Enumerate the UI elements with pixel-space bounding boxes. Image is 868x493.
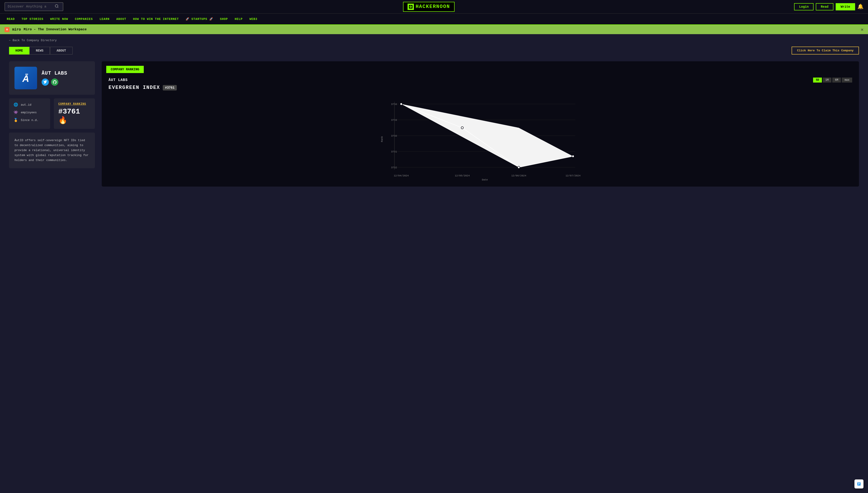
social-icons bbox=[42, 79, 67, 86]
ranking-value: #3761 🔥 bbox=[58, 107, 90, 125]
company-layout: Ā ĀUT LABS bbox=[9, 61, 859, 187]
svg-point-30 bbox=[859, 483, 860, 484]
website-icon: 🌐 bbox=[14, 103, 18, 107]
company-name: ĀUT LABS bbox=[42, 70, 67, 76]
chart-svg: Rank 3758 3759 3760 3761 3762 bbox=[106, 95, 854, 181]
logo[interactable]: HACKERNOON bbox=[403, 2, 454, 12]
nav-bar: READ TOP STORIES WRITE NOW COMPANIES LEA… bbox=[0, 14, 868, 25]
company-logo: Ā bbox=[15, 67, 37, 89]
tabs-left: HOME NEWS ABOUT bbox=[9, 47, 72, 55]
since-label: Since n.d. bbox=[21, 119, 39, 122]
data-point-4 bbox=[572, 155, 574, 157]
nav-item-about[interactable]: ABOUT bbox=[116, 17, 126, 21]
chart-company-name: ĀUT LABS bbox=[109, 78, 128, 82]
read-button[interactable]: Read bbox=[816, 3, 833, 10]
data-point-1 bbox=[400, 103, 402, 105]
info-row-since: 🏅 Since n.d. bbox=[14, 118, 46, 122]
time-btn-max[interactable]: max bbox=[842, 78, 852, 83]
nav-item-how-to-win[interactable]: HOW TO WIN THE INTERNET bbox=[133, 17, 179, 21]
ranking-label: COMPANY RANKING bbox=[58, 103, 86, 106]
employees-label: employees bbox=[21, 111, 37, 114]
info-row-website: 🌐 aut.id bbox=[14, 103, 46, 107]
back-label: Back To Company Directory bbox=[13, 39, 57, 42]
page-tabs: HOME NEWS ABOUT Click Here To Claim This… bbox=[9, 47, 859, 55]
notification-bell-icon[interactable]: 🔔 bbox=[858, 4, 864, 10]
svg-text:3758: 3758 bbox=[391, 103, 397, 106]
login-button[interactable]: Login bbox=[794, 3, 814, 10]
svg-text:3761: 3761 bbox=[391, 150, 397, 153]
github-icon[interactable] bbox=[51, 79, 58, 86]
svg-text:12/06/2024: 12/06/2024 bbox=[511, 174, 526, 177]
search-icon bbox=[55, 4, 59, 9]
nav-item-shop[interactable]: SHOP bbox=[220, 17, 228, 21]
sponsor-logo-text: miro bbox=[12, 27, 21, 32]
svg-rect-28 bbox=[858, 484, 860, 484]
sponsor-title: Miro - The Innovation Workspace bbox=[23, 27, 87, 31]
svg-text:12/07/2024: 12/07/2024 bbox=[565, 174, 580, 177]
nav-item-learn[interactable]: LEARN bbox=[99, 17, 109, 21]
svg-point-0 bbox=[55, 4, 58, 7]
time-btn-6m[interactable]: 6M bbox=[832, 78, 841, 83]
svg-text:3759: 3759 bbox=[391, 119, 397, 122]
nav-item-companies[interactable]: COMPANIES bbox=[75, 17, 93, 21]
sponsor-close-icon[interactable]: ✕ bbox=[861, 27, 864, 33]
search-area[interactable] bbox=[4, 2, 63, 11]
data-point-3 bbox=[518, 166, 520, 169]
description-card: ĀutID offers self-sovereign NFT IDs tied… bbox=[9, 132, 95, 168]
company-card: Ā ĀUT LABS bbox=[9, 61, 95, 95]
svg-rect-29 bbox=[858, 485, 859, 485]
nav-item-help[interactable]: HELP bbox=[235, 17, 243, 21]
chart-header-tab: COMPANY RANKING bbox=[106, 66, 144, 73]
time-btn-5d[interactable]: 5D bbox=[813, 78, 822, 83]
tab-about[interactable]: ABOUT bbox=[50, 47, 72, 55]
main-content: ← Back To Company Directory HOME NEWS AB… bbox=[0, 34, 868, 191]
data-point-2 bbox=[461, 127, 463, 129]
top-actions: Login Read Write 🔔 bbox=[794, 3, 864, 10]
info-card: 🌐 aut.id 👾 employees 🏅 Since n.d. COMPAN… bbox=[9, 99, 95, 129]
nav-item-startups[interactable]: 🚀 STARTUPS 🚀 bbox=[185, 17, 213, 21]
logo-text: HACKERNOON bbox=[416, 4, 450, 9]
password-manager-icon[interactable] bbox=[854, 479, 864, 489]
chart-top: ĀUT LABS 5D 1M 6M max bbox=[106, 78, 854, 83]
logo-icon bbox=[407, 4, 414, 10]
chart-svg-container: Rank 3758 3759 3760 3761 3762 bbox=[106, 95, 854, 182]
write-button[interactable]: Write bbox=[836, 3, 855, 10]
claim-company-button[interactable]: Click Here To Claim This Company bbox=[792, 47, 859, 55]
ranking-fire-emoji: 🔥 bbox=[58, 116, 67, 125]
nav-item-read[interactable]: READ bbox=[7, 17, 15, 21]
company-name-area: ĀUT LABS bbox=[42, 70, 67, 86]
tab-home[interactable]: HOME bbox=[9, 47, 29, 55]
chart-time-buttons: 5D 1M 6M max bbox=[813, 78, 852, 83]
website-label: aut.id bbox=[21, 103, 31, 107]
svg-text:Ā: Ā bbox=[22, 73, 29, 84]
info-row-employees: 👾 employees bbox=[14, 110, 46, 115]
twitter-icon[interactable] bbox=[42, 79, 49, 86]
svg-text:Date: Date bbox=[482, 178, 488, 181]
sponsor-content[interactable]: m miro Miro - The Innovation Workspace bbox=[4, 27, 87, 32]
description-text: ĀutID offers self-sovereign NFT IDs tied… bbox=[15, 138, 89, 162]
chart-rank-badge: #3761 bbox=[163, 85, 177, 90]
ranking-box: COMPANY RANKING #3761 🔥 bbox=[54, 99, 95, 129]
employees-icon: 👾 bbox=[14, 110, 18, 115]
tab-news[interactable]: NEWS bbox=[29, 47, 50, 55]
since-icon: 🏅 bbox=[14, 118, 18, 122]
nav-item-write-now[interactable]: WRITE NOW bbox=[50, 17, 68, 21]
nav-item-top-stories[interactable]: TOP STORIES bbox=[21, 17, 43, 21]
search-input[interactable] bbox=[8, 5, 53, 8]
chart-area: COMPANY RANKING ĀUT LABS 5D 1M 6M max EV… bbox=[102, 61, 859, 187]
sponsor-bar: m miro Miro - The Innovation Workspace ✕ bbox=[0, 25, 868, 34]
back-link[interactable]: ← Back To Company Directory bbox=[9, 39, 859, 42]
chart-title-row: EVERGREEN INDEX #3761 bbox=[106, 85, 854, 90]
company-left: Ā ĀUT LABS bbox=[9, 61, 95, 168]
svg-text:Rank: Rank bbox=[381, 136, 383, 142]
svg-text:3762: 3762 bbox=[391, 166, 397, 169]
svg-point-4 bbox=[410, 6, 411, 7]
time-btn-1m[interactable]: 1M bbox=[823, 78, 831, 83]
svg-text:12/04/2024: 12/04/2024 bbox=[394, 174, 409, 177]
sponsor-miro-icon: m bbox=[4, 27, 9, 32]
info-box: 🌐 aut.id 👾 employees 🏅 Since n.d. bbox=[9, 99, 50, 129]
nav-item-web3[interactable]: WEB3 bbox=[249, 17, 257, 21]
back-arrow-icon: ← bbox=[9, 39, 11, 42]
chart-title: EVERGREEN INDEX bbox=[109, 85, 160, 90]
svg-text:3760: 3760 bbox=[391, 134, 397, 137]
